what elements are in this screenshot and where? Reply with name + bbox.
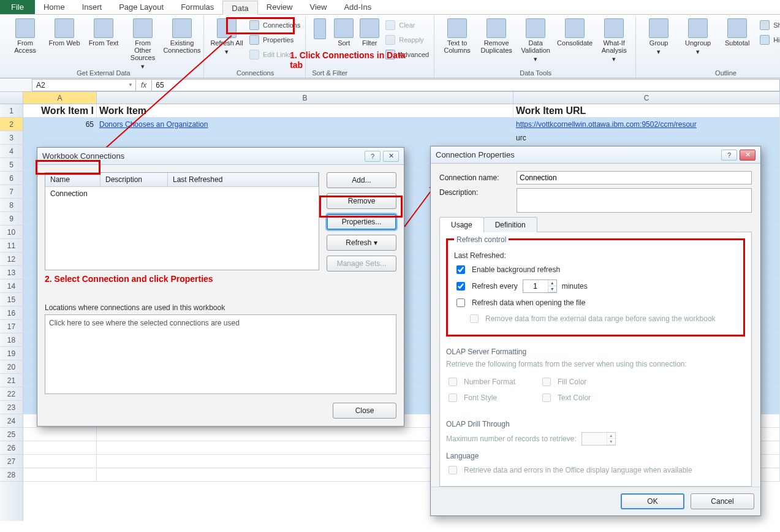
- filter-button[interactable]: Filter: [360, 16, 379, 47]
- tab-formulas[interactable]: Formulas: [172, 0, 222, 14]
- col-last[interactable]: Last Refreshed: [168, 173, 319, 186]
- cell[interactable]: https://vottkcornellwin.ottawa.ibm.com:9…: [513, 118, 780, 131]
- hide-detail-button[interactable]: Hide Detail: [760, 33, 780, 47]
- properties-button[interactable]: Properties...: [327, 214, 396, 230]
- help-button[interactable]: ?: [721, 150, 737, 161]
- cell[interactable]: urc: [513, 131, 780, 145]
- fx-label[interactable]: fx: [136, 79, 152, 91]
- tab-definition[interactable]: Definition: [483, 217, 537, 232]
- remove-duplicates-button[interactable]: Remove Duplicates: [480, 16, 513, 54]
- refresh-on-open-checkbox[interactable]: Refresh data when opening the file: [454, 297, 737, 309]
- cell[interactable]: Donors Chooses an Organization: [97, 118, 513, 131]
- tab-usage[interactable]: Usage: [439, 217, 484, 232]
- refresh-button[interactable]: Refresh ▾: [327, 235, 396, 251]
- tab-data[interactable]: Data: [222, 1, 257, 15]
- cell[interactable]: [23, 455, 97, 468]
- data-validation-button[interactable]: Data Validation▾: [519, 16, 552, 63]
- tab-view[interactable]: View: [301, 0, 335, 14]
- cell[interactable]: [97, 131, 513, 145]
- col-header-B[interactable]: B: [97, 92, 513, 104]
- tab-insert[interactable]: Insert: [74, 0, 111, 14]
- name-box[interactable]: A2: [32, 79, 136, 91]
- connection-row[interactable]: Connection: [45, 187, 319, 200]
- ok-button[interactable]: OK: [621, 493, 684, 509]
- close-window-button[interactable]: ✕: [740, 150, 755, 161]
- row-header[interactable]: 13: [0, 266, 23, 279]
- row-header[interactable]: 22: [0, 387, 23, 401]
- tab-home[interactable]: Home: [35, 0, 74, 14]
- cell[interactable]: [23, 441, 97, 455]
- header-cell[interactable]: Work Item: [97, 104, 513, 118]
- row-header[interactable]: 8: [0, 199, 23, 212]
- cancel-button[interactable]: Cancel: [691, 493, 754, 509]
- row-header[interactable]: 20: [0, 360, 23, 374]
- row-header[interactable]: 24: [0, 414, 23, 428]
- from-web-button[interactable]: From Web: [48, 16, 81, 47]
- row-header[interactable]: 28: [0, 468, 23, 482]
- description-input[interactable]: [517, 188, 752, 213]
- row-header[interactable]: 17: [0, 320, 23, 333]
- connections-list[interactable]: Name Description Last Refreshed Connecti…: [45, 172, 319, 270]
- locations-list[interactable]: Click here to see where the selected con…: [45, 314, 396, 394]
- header-cell[interactable]: Work Item I: [23, 104, 97, 118]
- tab-review[interactable]: Review: [258, 0, 301, 14]
- refresh-every-checkbox[interactable]: Refresh every ▲▼ minutes: [454, 279, 737, 293]
- properties-button[interactable]: Properties: [249, 33, 300, 47]
- row-header[interactable]: 16: [0, 306, 23, 320]
- row-header[interactable]: 19: [0, 347, 23, 360]
- close-window-button[interactable]: ✕: [383, 151, 399, 162]
- header-cell[interactable]: Work Item URL: [513, 104, 780, 118]
- from-access-button[interactable]: From Access: [9, 16, 42, 54]
- refresh-minutes-spinner[interactable]: ▲▼: [523, 279, 557, 293]
- row-header[interactable]: 26: [0, 441, 23, 455]
- row-header[interactable]: 4: [0, 145, 23, 158]
- manage-sets-button[interactable]: Manage Sets...: [327, 256, 396, 272]
- row-header[interactable]: 12: [0, 253, 23, 266]
- row-header[interactable]: 27: [0, 455, 23, 468]
- col-desc[interactable]: Description: [100, 173, 168, 186]
- from-text-button[interactable]: From Text: [87, 16, 120, 47]
- row-header[interactable]: 23: [0, 401, 23, 414]
- sort-dialog-button[interactable]: Sort: [334, 16, 354, 47]
- row-header[interactable]: 1: [0, 104, 23, 118]
- remove-button[interactable]: Remove: [327, 193, 396, 209]
- formula-input[interactable]: 65: [152, 79, 780, 91]
- row-header[interactable]: 6: [0, 172, 23, 185]
- dialog-titlebar[interactable]: Connection Properties ? ✕: [431, 146, 760, 164]
- row-header[interactable]: 7: [0, 185, 23, 199]
- tab-file[interactable]: File: [0, 0, 35, 14]
- whatif-button[interactable]: What-If Analysis▾: [597, 16, 630, 63]
- cell[interactable]: [23, 131, 97, 145]
- tab-addins[interactable]: Add-Ins: [335, 0, 380, 14]
- row-header[interactable]: 21: [0, 374, 23, 387]
- connections-button[interactable]: Connections: [249, 18, 300, 32]
- connection-name-input[interactable]: [517, 171, 752, 184]
- row-header[interactable]: 14: [0, 279, 23, 293]
- sort-button[interactable]: [312, 16, 328, 39]
- consolidate-button[interactable]: Consolidate: [558, 16, 591, 47]
- row-header[interactable]: 15: [0, 293, 23, 306]
- tab-page-layout[interactable]: Page Layout: [110, 0, 172, 14]
- row-header[interactable]: 18: [0, 333, 23, 347]
- col-header-A[interactable]: A: [23, 92, 97, 104]
- col-header-C[interactable]: C: [513, 92, 780, 104]
- reapply-button[interactable]: Reapply: [385, 33, 429, 47]
- show-detail-button[interactable]: Show Detail: [760, 18, 780, 32]
- row-header[interactable]: 9: [0, 212, 23, 226]
- row-header[interactable]: 10: [0, 226, 23, 239]
- ungroup-button[interactable]: Ungroup▾: [681, 16, 714, 56]
- add-button[interactable]: Add...: [327, 172, 396, 188]
- row-header[interactable]: 11: [0, 239, 23, 253]
- from-other-sources-button[interactable]: From Other Sources▾: [126, 16, 159, 70]
- cell[interactable]: [23, 468, 97, 482]
- group-button[interactable]: Group▾: [642, 16, 675, 56]
- close-button[interactable]: Close: [333, 403, 396, 419]
- row-header[interactable]: 25: [0, 428, 23, 441]
- enable-background-refresh-checkbox[interactable]: Enable background refresh: [454, 264, 737, 276]
- clear-filter-button[interactable]: Clear: [385, 18, 429, 32]
- existing-connections-button[interactable]: Existing Connections: [165, 16, 199, 54]
- row-header[interactable]: 3: [0, 131, 23, 145]
- col-name[interactable]: Name: [45, 173, 100, 186]
- row-header[interactable]: 5: [0, 158, 23, 172]
- row-header[interactable]: 2: [0, 118, 23, 131]
